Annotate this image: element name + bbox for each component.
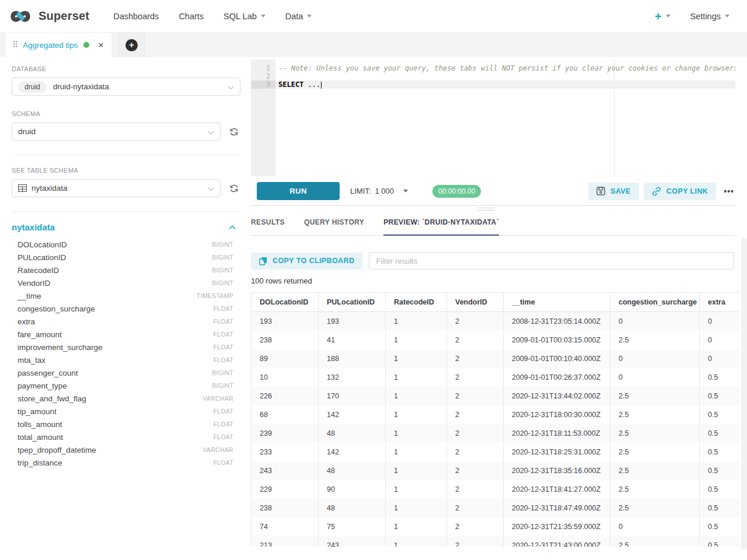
results-tab-results[interactable]: RESULTS: [251, 218, 285, 235]
table-cell: 41: [319, 331, 386, 349]
sql-text: ...: [303, 80, 320, 89]
drag-handle-icon[interactable]: [13, 40, 18, 50]
table-schema-panel-header[interactable]: nytaxidata: [12, 222, 240, 232]
column-header-dolocationid[interactable]: DOLocationID: [252, 293, 319, 312]
nav-item-charts[interactable]: Charts: [169, 0, 214, 33]
schema-column-row[interactable]: tpep_dropoff_datetimeVARCHAR: [12, 443, 240, 456]
results-tab-preview-druid-nytaxidata[interactable]: PREVIEW: `DRUID-NYTAXIDATA`: [383, 218, 499, 235]
table-cell: 2009-01-01T00:03:15.000Z: [504, 331, 610, 349]
caret-down-icon: [307, 15, 312, 18]
schema-column-name: store_and_fwd_flag: [18, 394, 86, 403]
database-select[interactable]: druid druid-nytaxidata: [12, 78, 240, 96]
run-button[interactable]: RUN: [257, 182, 340, 200]
superset-logo[interactable]: Superset: [7, 9, 89, 24]
schema-column-row[interactable]: passenger_countBIGINT: [12, 366, 240, 379]
table-cell: 48: [319, 424, 386, 443]
sql-lab-sidebar: DATABASE druid druid-nytaxidata SCHEMA d…: [0, 57, 251, 560]
table-cell: 1: [386, 424, 447, 443]
new-query-tab-button[interactable]: +: [118, 33, 145, 57]
results-tab-query-history[interactable]: QUERY HISTORY: [304, 218, 364, 235]
schema-column-row[interactable]: tolls_amountFLOAT: [12, 418, 240, 430]
schema-select[interactable]: druid: [12, 123, 221, 141]
sql-editor[interactable]: 123 -- Note: Unless you save your query,…: [251, 60, 735, 176]
rows-returned-text: 100 rows returned: [251, 276, 312, 285]
schema-column-row[interactable]: trip_distanceFLOAT: [12, 456, 240, 469]
table-cell: 1: [386, 461, 447, 480]
caret-down-icon: [403, 190, 408, 192]
save-button[interactable]: SAVE: [588, 183, 639, 200]
table-cell: 2009-01-01T00:26:37.000Z: [504, 368, 610, 387]
editor-code-line: -- Note: Unless you save your query, the…: [275, 64, 735, 72]
caret-down-icon: [725, 15, 729, 18]
table-cell: 2020-12-31T18:47:49.000Z: [504, 499, 610, 517]
schema-column-name: PULocationID: [18, 253, 66, 262]
table-cell: 193: [252, 312, 319, 331]
refresh-tables-icon[interactable]: [228, 182, 240, 195]
table-cell: 2: [447, 480, 504, 499]
schema-column-type: FLOAT: [213, 421, 240, 428]
schema-column-row[interactable]: RatecodeIDBIGINT: [12, 264, 240, 276]
schema-column-name: tolls_amount: [18, 420, 62, 429]
schema-column-row[interactable]: payment_typeBIGINT: [12, 379, 240, 392]
chevron-down-icon: [228, 82, 234, 92]
filter-results-input[interactable]: [369, 252, 734, 270]
settings-menu[interactable]: Settings: [690, 12, 729, 21]
table-schema-title: nytaxidata: [12, 222, 55, 232]
refresh-schemas-icon[interactable]: [228, 125, 240, 138]
limit-label: LIMIT:: [350, 187, 371, 195]
schema-column-row[interactable]: mta_taxFLOAT: [12, 354, 240, 366]
table-cell: 1: [386, 517, 447, 536]
column-header-extra[interactable]: extra: [700, 293, 741, 312]
schema-column-name: payment_type: [18, 382, 67, 390]
schema-column-type: FLOAT: [213, 408, 240, 415]
copy-to-clipboard-button[interactable]: COPY TO CLIPBOARD: [251, 253, 362, 270]
chevron-up-icon[interactable]: [229, 225, 236, 230]
table-row: 23948122020-12-31T18:11:53.000Z2.50.5: [252, 424, 741, 443]
table-cell: 2: [447, 349, 504, 368]
table-cell: 2: [447, 443, 504, 461]
schema-column-row[interactable]: fare_amountFLOAT: [12, 328, 240, 341]
table-cell: 2020-12-31T21:35:59.000Z: [504, 517, 610, 536]
column-header-pulocationid[interactable]: PULocationID: [319, 293, 386, 312]
table-cell: 1: [386, 499, 447, 517]
schema-column-type: FLOAT: [213, 356, 240, 363]
table-cell: 2.5: [610, 461, 700, 480]
schema-column-type: FLOAT: [213, 344, 240, 351]
more-options-icon[interactable]: •••: [724, 187, 734, 196]
schema-column-type: FLOAT: [213, 459, 240, 466]
schema-column-row[interactable]: congestion_surchargeFLOAT: [12, 302, 240, 315]
column-header-congestion-surcharge[interactable]: congestion_surcharge: [610, 293, 700, 312]
table-row: 68142122020-12-31T18:00:30.000Z2.50.5: [252, 405, 741, 424]
new-item-button[interactable]: +: [655, 10, 671, 22]
copy-link-button[interactable]: COPY LINK: [644, 183, 716, 200]
table-select[interactable]: nytaxidata: [12, 179, 221, 197]
column-header-time[interactable]: __time: [504, 293, 610, 312]
table-cell: 229: [252, 480, 319, 499]
schema-column-row[interactable]: store_and_fwd_flagVARCHAR: [12, 392, 240, 405]
nav-item-sql-lab[interactable]: SQL Lab: [214, 0, 275, 33]
table-cell: 2: [447, 424, 504, 443]
schema-column-row[interactable]: PULocationIDBIGINT: [12, 251, 240, 264]
query-tab-aggregated-tips[interactable]: Aggregated tips ✕: [6, 33, 111, 57]
schema-column-row[interactable]: __timeTIMESTAMP: [12, 289, 240, 302]
nav-item-data[interactable]: Data: [275, 0, 322, 33]
schema-column-row[interactable]: VendorIDBIGINT: [12, 276, 240, 289]
table-cell: 1: [386, 405, 447, 424]
column-header-ratecodeid[interactable]: RatecodeID: [386, 293, 447, 312]
table-cell: 0: [700, 331, 741, 349]
schema-column-row[interactable]: total_amountFLOAT: [12, 430, 240, 443]
close-icon[interactable]: ✕: [98, 41, 104, 50]
schema-column-type: BIGINT: [212, 369, 240, 376]
results-scrollbar[interactable]: [741, 238, 747, 550]
schema-column-name: congestion_surcharge: [18, 304, 95, 313]
schema-column-row[interactable]: tip_amountFLOAT: [12, 405, 240, 418]
table-cell: 2: [447, 517, 504, 536]
schema-column-row[interactable]: improvement_surchargeFLOAT: [12, 341, 240, 354]
schema-column-row[interactable]: extraFLOAT: [12, 315, 240, 328]
schema-column-row[interactable]: DOLocationIDBIGINT: [12, 238, 240, 251]
limit-dropdown[interactable]: LIMIT: 1 000: [350, 187, 408, 195]
column-header-vendorid[interactable]: VendorID: [447, 293, 504, 312]
sidebar-divider: [12, 211, 240, 212]
schema-column-type: FLOAT: [213, 433, 240, 440]
nav-item-dashboards[interactable]: Dashboards: [103, 0, 169, 33]
